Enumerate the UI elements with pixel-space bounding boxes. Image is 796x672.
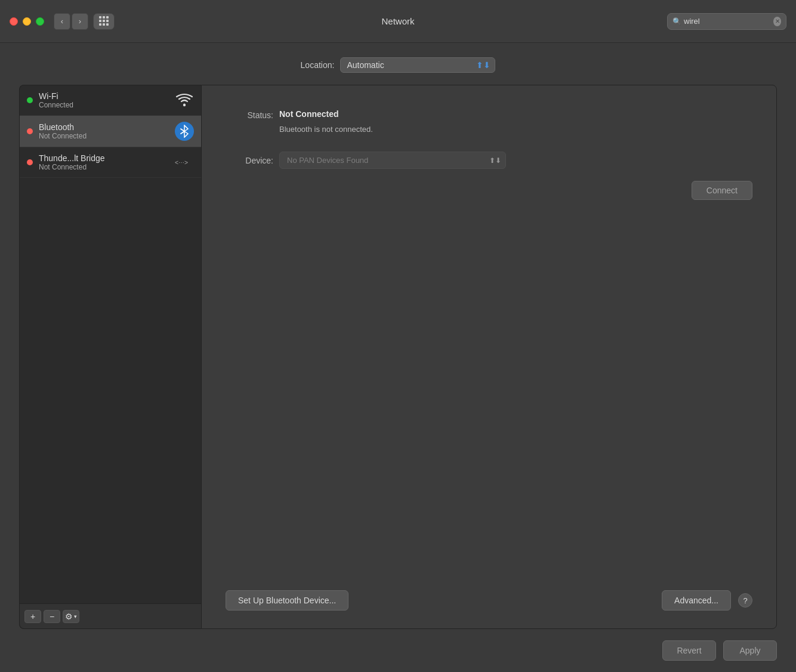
sidebar-item-bluetooth[interactable]: Bluetooth Not Connected <box>20 116 201 147</box>
gear-menu-button[interactable]: ⚙ ▾ <box>63 610 79 623</box>
bluetooth-status: Not Connected <box>39 132 170 140</box>
search-clear-button[interactable]: ✕ <box>773 17 781 26</box>
sidebar: Wi-Fi Connected <box>19 85 201 629</box>
sidebar-item-thunderbolt[interactable]: Thunde...lt Bridge Not Connected <⋯> <box>20 147 201 178</box>
setup-bluetooth-button[interactable]: Set Up Bluetooth Device... <box>226 590 348 611</box>
back-button[interactable]: ‹ <box>54 13 70 30</box>
device-row: Device: No PAN Devices Found ⬆⬇ <box>226 152 752 169</box>
svg-text:<⋯>: <⋯> <box>175 159 188 166</box>
device-select-wrap: No PAN Devices Found ⬆⬇ <box>279 152 506 169</box>
status-row: Status: Not Connected <box>226 109 752 120</box>
sidebar-toolbar: + − ⚙ ▾ <box>20 603 201 628</box>
forward-button[interactable]: › <box>72 13 88 30</box>
main-content: Location: Automatic Edit Locations... ⬆⬇… <box>0 43 796 629</box>
grid-view-button[interactable] <box>93 13 115 30</box>
wifi-status: Connected <box>39 101 170 109</box>
bottom-bar: Revert Apply <box>0 629 796 672</box>
wifi-icon <box>175 93 194 108</box>
grid-dots-icon <box>99 16 109 26</box>
minimize-button[interactable] <box>23 17 31 26</box>
search-input[interactable] <box>684 17 773 26</box>
nav-buttons: ‹ › <box>54 13 88 30</box>
connect-row: Connect <box>226 181 752 200</box>
svg-point-0 <box>183 104 186 106</box>
wifi-info: Wi-Fi Connected <box>39 91 170 109</box>
location-select[interactable]: Automatic Edit Locations... <box>340 57 495 73</box>
bluetooth-icon <box>175 122 194 141</box>
titlebar: ‹ › Network 🔍 ✕ <box>0 0 796 43</box>
window-title: Network <box>381 16 414 26</box>
sidebar-item-wifi[interactable]: Wi-Fi Connected <box>20 85 201 116</box>
bridge-icon: <⋯> <box>175 156 194 169</box>
bluetooth-status-dot <box>27 128 33 134</box>
maximize-button[interactable] <box>36 17 44 26</box>
minus-icon: − <box>50 612 54 621</box>
wifi-name: Wi-Fi <box>39 91 170 101</box>
close-button[interactable] <box>10 17 18 26</box>
location-label: Location: <box>301 60 335 70</box>
search-icon: 🔍 <box>672 17 681 26</box>
add-network-button[interactable]: + <box>24 610 41 623</box>
remove-network-button[interactable]: − <box>44 610 60 623</box>
thunderbolt-info: Thunde...lt Bridge Not Connected <box>39 153 170 171</box>
status-value: Not Connected <box>279 109 339 119</box>
add-icon: + <box>30 612 35 621</box>
thunderbolt-status: Not Connected <box>39 163 170 171</box>
location-select-wrap: Automatic Edit Locations... ⬆⬇ <box>340 57 495 73</box>
status-label: Status: <box>226 110 273 120</box>
gear-icon: ⚙ <box>65 612 73 621</box>
location-row: Location: Automatic Edit Locations... ⬆⬇ <box>19 57 777 73</box>
detail-footer: Set Up Bluetooth Device... Advanced... ? <box>226 590 752 611</box>
device-label: Device: <box>226 156 273 165</box>
wifi-status-dot <box>27 97 33 103</box>
bluetooth-circle-icon <box>175 122 194 141</box>
detail-spacer <box>226 212 752 590</box>
gear-arrow-icon: ▾ <box>74 614 77 619</box>
panel-area: Wi-Fi Connected <box>19 85 777 629</box>
apply-button[interactable]: Apply <box>723 640 777 661</box>
revert-button[interactable]: Revert <box>662 640 716 661</box>
advanced-button[interactable]: Advanced... <box>662 590 731 611</box>
thunderbolt-status-dot <box>27 159 33 165</box>
connect-button[interactable]: Connect <box>692 181 752 200</box>
detail-panel: Status: Not Connected Bluetooth is not c… <box>201 85 777 629</box>
thunderbolt-name: Thunde...lt Bridge <box>39 153 170 163</box>
help-button[interactable]: ? <box>738 593 752 608</box>
window-controls <box>10 17 44 26</box>
search-bar[interactable]: 🔍 ✕ <box>667 13 786 30</box>
status-description: Bluetooth is not connected. <box>279 125 752 134</box>
bluetooth-info: Bluetooth Not Connected <box>39 122 170 140</box>
network-list: Wi-Fi Connected <box>20 85 201 603</box>
bluetooth-name: Bluetooth <box>39 122 170 132</box>
device-select[interactable]: No PAN Devices Found <box>279 152 506 169</box>
